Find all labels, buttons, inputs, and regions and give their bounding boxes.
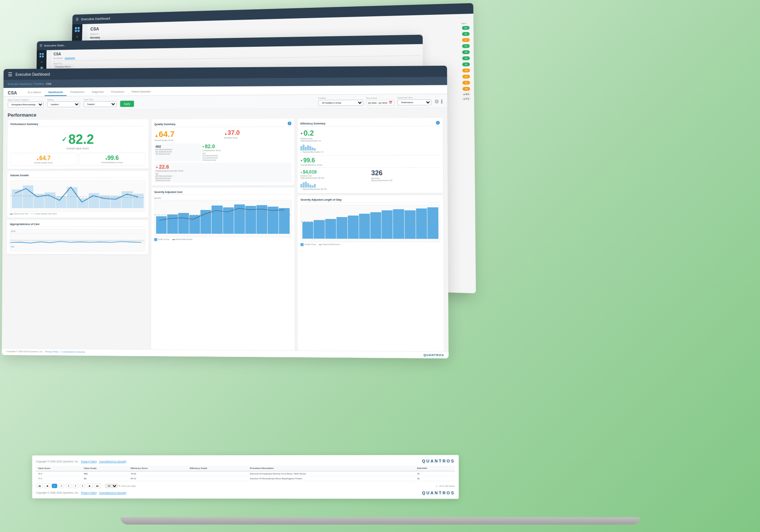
score-90b: 90 [462,56,470,60]
score-81: 81 [462,81,470,85]
page-5[interactable]: 5 [80,483,85,488]
row2-desc: Insertion Of Recombinant Bone Morphogeni… [248,476,415,481]
perf-summary-title: Performance Summary [10,122,145,127]
page-last[interactable]: ▶| [95,483,101,488]
approp-title: Appropriateness of Care [10,223,145,227]
eff-score-perf: ●99.6 [81,155,143,161]
filter-casetype-select[interactable]: Surgical [83,101,117,107]
complications-score: ●82.0 [202,143,292,150]
tab-diagnoses[interactable]: Diagnoses [88,89,107,96]
mortality-score-quality: ▲37.0 [224,129,292,137]
settings-icon[interactable]: ⚙ [434,99,439,105]
bottom-privacy[interactable]: Privacy Policy [81,460,97,463]
page-3[interactable]: 3 [66,483,71,488]
excess-101: 101 Excess Event [155,152,200,155]
back-header-title: Executive Dashboard [81,17,110,21]
filter-setting-select[interactable]: Inpatient [47,101,80,107]
score-99a: 99 [462,26,469,30]
episodes-nb: National Benchmark: 320 [371,179,440,181]
page-first[interactable]: |◀ [36,483,42,488]
page-1[interactable]: 1 [52,483,57,488]
quality-card: Quality Summary i ▲64.7 Overall Quality … [151,119,295,186]
quality-main-score: ▲64.7 [154,129,221,139]
row1-grade: $$$ [82,471,128,476]
mid-nav-grid[interactable] [39,53,43,58]
sev-cost-card: Severity Adjusted Cost $16,000 [151,188,295,354]
cost-mini-chart [301,180,369,187]
excess-cost: ●$4,019 [301,169,369,174]
score-772: ● 77.2 [462,97,471,101]
filter-practice-select[interactable]: Orthopedics-Rheumatology [8,102,44,108]
score-97: 97 [462,38,470,42]
filter-time-input[interactable]: Q3 2016 - Q2 2016 📅 [366,100,394,105]
page-prev[interactable]: ◀ [44,483,50,488]
mid-nav-chevron[interactable]: » [41,60,43,64]
quality-title: Quality Summary [154,123,176,125]
tab-dashboards[interactable]: Dashboards [45,89,66,96]
score-90: 90 [462,44,470,48]
nav-icon-grid[interactable] [75,27,80,32]
tab-practitioners[interactable]: Practitioners [67,89,88,96]
overall-value-label: Overall Value Score [10,147,145,150]
items-per-page-select[interactable]: 20 [105,483,118,488]
score-82: 82 [462,75,470,79]
rel-risk-score: ●0.2 [301,128,440,138]
filter-facilities-select[interactable]: All Facilities in Group [318,100,363,106]
mid-tab-glance[interactable]: At a Glance [53,57,63,60]
tab-at-a-glance[interactable]: At a Glance [24,89,45,96]
svg-line-8 [10,240,145,240]
eff-overall-label: Overall Efficiency Score [301,164,440,166]
nav-icon-chevron[interactable]: » [76,35,78,39]
sev-cost-legend: Facility Group National Benchmark [154,238,292,242]
bottom-copyright2: Copyright © 2000-2020 Quantros, Inc. Pri… [36,490,455,495]
tab-procedures[interactable]: Procedures [108,89,128,96]
rel-risk-nb: National Benchmark: 0.4 [301,139,440,142]
volume-growth-card: Volume Growth [7,171,148,218]
filter-setting-label: Setting [47,98,80,101]
footer-privacy[interactable]: Privacy Policy [45,351,59,353]
mid-tab-dashboards[interactable]: Dashboards [65,57,75,59]
row2-value: 77.2 [36,476,82,481]
bottom-commitment2[interactable]: Commitment to Security [99,491,127,494]
mid-practice-val[interactable]: Orthopedics-Rheum... [53,65,73,69]
page-next[interactable]: ▶ [87,483,93,488]
sev-los-legend: Facility Group National Benchmark [301,243,440,246]
eff-info-btn[interactable]: i [436,121,440,125]
filter-view-select[interactable]: Performance [397,99,432,106]
laptop-base [120,517,640,525]
row1-desc: Removal Of Implanted Devices From Bone, … [248,471,415,476]
bottom-commitment[interactable]: Commitment to Security [99,460,127,463]
score-80: 80 [463,87,470,91]
breadcrumb-facilities[interactable]: Facilities [34,82,44,85]
score-794: ● 79.4 [462,92,471,96]
footer-commitment[interactable]: Commitment to Security [62,351,85,353]
row2-eff-grade [187,476,248,481]
row2-eps: 36 [415,476,455,481]
breadcrumb-dashboard[interactable]: Executive Dashboard [8,82,32,85]
col-value-grade: Value Grade [82,466,128,471]
info-icon-main[interactable]: ℹ [441,98,443,104]
tab-patient-episodes[interactable]: Patient Episodes [128,88,155,95]
row2-grade: $$ [82,476,128,481]
hamburger-icon[interactable]: ☰ [8,72,13,78]
complications-label: Complications Score [202,149,292,152]
excess-cost-nb: National Benchmark: $6,763 [301,177,369,179]
eff-overall-score: ●99.6 [301,157,440,164]
filter-facilities-label: Facilities [318,97,363,99]
bottom-table-area: Copyright © 2000-2020 Quantros, Inc. Pri… [32,455,459,499]
page-4[interactable]: 4 [73,483,78,488]
page-2[interactable]: 2 [59,483,64,488]
bottom-privacy2[interactable]: Privacy Policy [81,491,97,494]
total-items: 1 - 20 of 332 Items [436,485,455,487]
unanticipated-label-q: Unanticipated Encounter Score [155,170,291,172]
dashboard-body: Performance Summary ✓ 82.2 Overall Value… [2,118,449,358]
performance-main-title: Performance [8,112,37,118]
bottom-quantros2: QUANTROS [422,490,455,495]
eff-label-perf: Overall Efficiency Score [81,161,143,164]
col-episodes: Episodes [415,466,455,471]
pagination[interactable]: |◀ ◀ 1 2 3 4 5 ▶ ▶| 20 ▼ Items per page [36,483,135,488]
apply-button[interactable]: Apply [120,101,134,107]
row2-eff: 84.52 [128,476,187,481]
quality-info-btn[interactable]: i [288,122,292,125]
eff-card: Efficiency Summary i ●0.2 Relative Risk [298,118,443,193]
